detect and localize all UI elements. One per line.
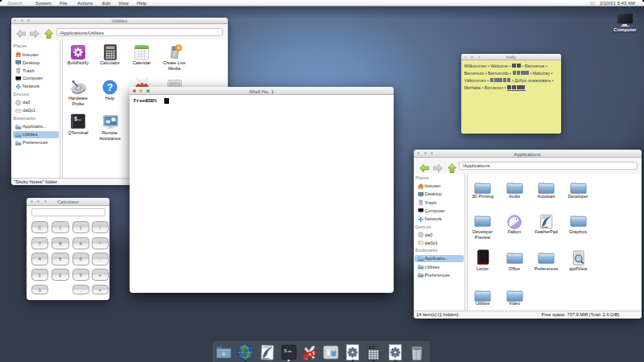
svg-text:?: ? [107,81,114,93]
svg-text:s: s [283,347,287,353]
svg-text:3.14: 3.14 [371,346,378,349]
svg-text:$: $ [74,116,77,122]
